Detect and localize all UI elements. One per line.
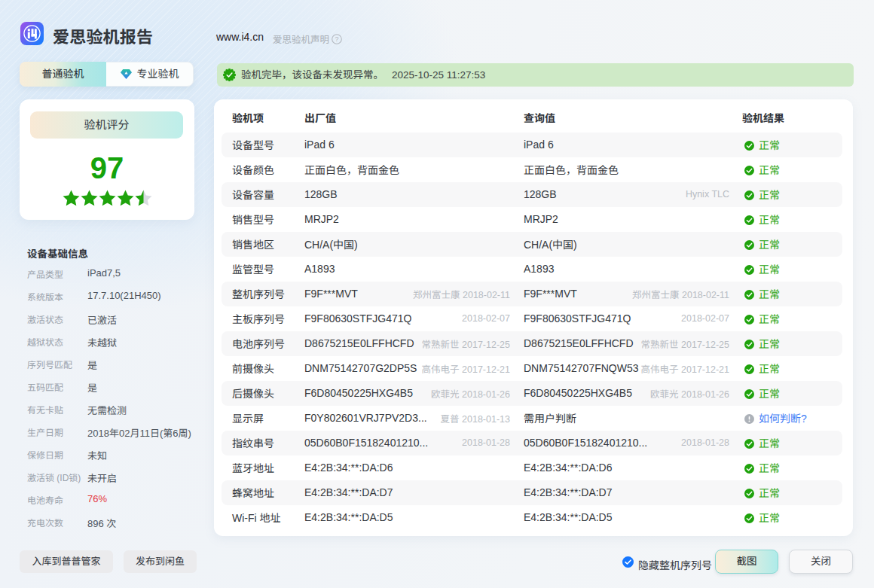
svg-text:?: ? — [335, 35, 339, 43]
